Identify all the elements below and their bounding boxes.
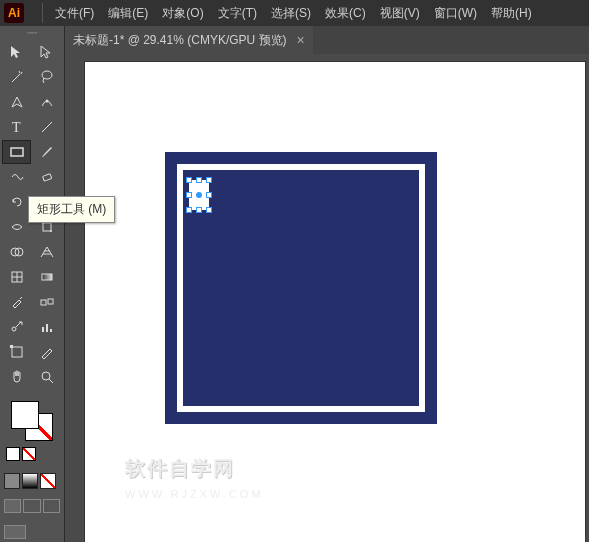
line-segment-tool[interactable] (33, 115, 62, 139)
selection-center-icon (196, 192, 202, 198)
slice-tool[interactable] (33, 340, 62, 364)
svg-point-25 (42, 372, 50, 380)
app-logo: Ai (4, 3, 24, 23)
svg-rect-4 (11, 148, 23, 156)
artwork-inner-frame[interactable] (177, 164, 425, 412)
watermark-text: 软件自学网 (125, 455, 235, 482)
symbol-sprayer-tool[interactable] (2, 315, 31, 339)
zoom-tool[interactable] (33, 365, 62, 389)
svg-rect-16 (42, 274, 52, 280)
tab-close-button[interactable]: × (297, 32, 305, 48)
canvas-area[interactable]: 软件自学网 WWW.RJZXW.COM (65, 54, 589, 542)
color-mode-gradient[interactable] (22, 473, 38, 489)
selection-handle[interactable] (206, 207, 212, 213)
main-area: ┈┈ T (0, 26, 589, 542)
draw-normal-icon[interactable] (4, 499, 21, 513)
svg-rect-21 (46, 324, 48, 332)
svg-rect-18 (48, 299, 53, 304)
svg-point-19 (12, 327, 16, 331)
fill-stroke-section (0, 395, 64, 469)
selection-handle[interactable] (206, 177, 212, 183)
artboard-tool[interactable] (2, 340, 31, 364)
selection-handle[interactable] (196, 207, 202, 213)
svg-text:T: T (12, 120, 21, 135)
shape-builder-tool[interactable] (2, 240, 31, 264)
menu-file[interactable]: 文件(F) (49, 3, 100, 24)
svg-rect-22 (50, 329, 52, 332)
perspective-grid-tool[interactable] (33, 240, 62, 264)
width-tool[interactable] (2, 215, 31, 239)
title-bar: Ai 文件(F) 编辑(E) 对象(O) 文字(T) 选择(S) 效果(C) 视… (0, 0, 589, 26)
document-tab[interactable]: 未标题-1* @ 29.41% (CMYK/GPU 预览) × (65, 26, 313, 54)
swap-default-row (4, 443, 60, 465)
rectangle-tool[interactable] (2, 140, 31, 164)
menu-select[interactable]: 选择(S) (265, 3, 317, 24)
screen-mode-row (0, 519, 64, 542)
color-mode-none[interactable] (40, 473, 56, 489)
svg-point-1 (46, 100, 49, 103)
color-mode-row (0, 469, 64, 493)
draw-behind-icon[interactable] (23, 499, 40, 513)
svg-point-0 (42, 71, 52, 79)
watermark-url: WWW.RJZXW.COM (125, 488, 264, 500)
selection-handle[interactable] (186, 192, 192, 198)
selection-handle[interactable] (196, 177, 202, 183)
lasso-tool[interactable] (33, 65, 62, 89)
svg-line-3 (42, 122, 52, 132)
selection-handle[interactable] (206, 192, 212, 198)
default-fill-stroke-icon[interactable] (6, 447, 20, 461)
selection-handle[interactable] (186, 207, 192, 213)
menu-edit[interactable]: 编辑(E) (102, 3, 154, 24)
selected-object[interactable] (189, 180, 209, 210)
draw-mode-row (0, 493, 64, 519)
eyedropper-tool[interactable] (2, 290, 31, 314)
svg-line-26 (49, 379, 53, 383)
svg-rect-8 (43, 223, 51, 231)
color-mode-solid[interactable] (4, 473, 20, 489)
fill-stroke-swatch[interactable] (11, 401, 53, 441)
eraser-tool[interactable] (33, 165, 62, 189)
toolbox-panel: ┈┈ T (0, 26, 65, 542)
divider (42, 3, 43, 23)
content-area: 未标题-1* @ 29.41% (CMYK/GPU 预览) × (65, 26, 589, 542)
menu-help[interactable]: 帮助(H) (485, 3, 538, 24)
svg-rect-23 (12, 347, 22, 357)
magic-wand-tool[interactable] (2, 65, 31, 89)
toolbox-grip[interactable]: ┈┈ (0, 28, 64, 38)
fill-swatch[interactable] (11, 401, 39, 429)
selection-handle[interactable] (186, 177, 192, 183)
document-tab-bar: 未标题-1* @ 29.41% (CMYK/GPU 预览) × (65, 26, 589, 54)
svg-rect-5 (43, 174, 52, 181)
curvature-tool[interactable] (33, 90, 62, 114)
menu-type[interactable]: 文字(T) (212, 3, 263, 24)
svg-rect-20 (42, 327, 44, 332)
menu-effect[interactable]: 效果(C) (319, 3, 372, 24)
column-graph-tool[interactable] (33, 315, 62, 339)
direct-selection-tool[interactable] (33, 40, 62, 64)
mesh-tool[interactable] (2, 265, 31, 289)
paintbrush-tool[interactable] (33, 140, 62, 164)
rotate-tool[interactable] (2, 190, 31, 214)
svg-point-10 (50, 230, 52, 232)
hand-tool[interactable] (2, 365, 31, 389)
swap-fill-stroke-icon[interactable] (22, 447, 36, 461)
gradient-tool[interactable] (33, 265, 62, 289)
blend-tool[interactable] (33, 290, 62, 314)
menu-bar: 文件(F) 编辑(E) 对象(O) 文字(T) 选择(S) 效果(C) 视图(V… (49, 3, 538, 24)
svg-rect-17 (41, 300, 46, 305)
menu-window[interactable]: 窗口(W) (428, 3, 483, 24)
shaper-tool[interactable] (2, 165, 31, 189)
menu-view[interactable]: 视图(V) (374, 3, 426, 24)
rectangle-tool-tooltip: 矩形工具 (M) (28, 196, 115, 223)
screen-mode-icon[interactable] (4, 525, 26, 539)
draw-inside-icon[interactable] (43, 499, 60, 513)
document-tab-title: 未标题-1* @ 29.41% (CMYK/GPU 预览) (73, 32, 287, 49)
selection-tool[interactable] (2, 40, 31, 64)
type-tool[interactable]: T (2, 115, 31, 139)
menu-object[interactable]: 对象(O) (156, 3, 209, 24)
svg-rect-24 (10, 345, 13, 348)
artboard: 软件自学网 WWW.RJZXW.COM (85, 62, 585, 542)
pen-tool[interactable] (2, 90, 31, 114)
